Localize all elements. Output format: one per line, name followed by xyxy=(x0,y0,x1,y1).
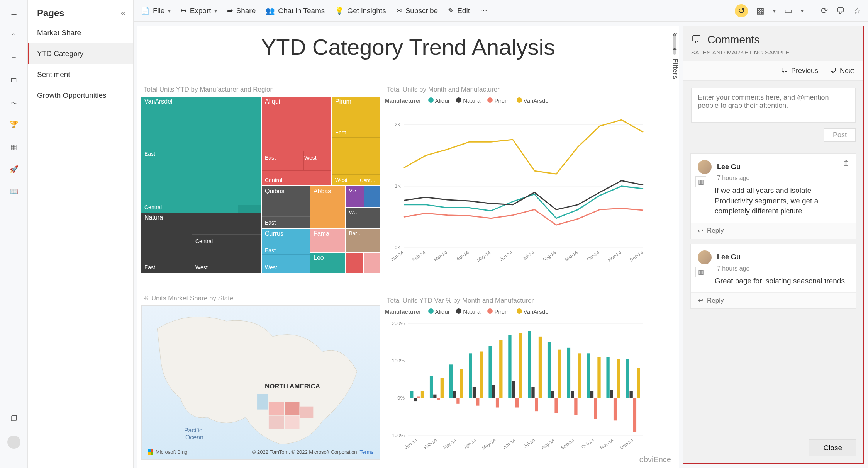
svg-rect-42 xyxy=(548,342,551,398)
collapse-pages-icon[interactable]: « xyxy=(121,8,125,18)
linechart-visual[interactable]: Total Units by Month and Manufacturer Ma… xyxy=(385,85,647,276)
treemap-visual[interactable]: Total Units YTD by Manufacturer and Regi… xyxy=(141,85,380,276)
favorite-icon[interactable]: ☆ xyxy=(853,6,861,16)
svg-rect-71 xyxy=(421,391,424,398)
post-button[interactable]: Post xyxy=(824,128,856,142)
learn-icon[interactable]: 📖 xyxy=(8,186,19,197)
insights-button[interactable]: 💡 Get insights xyxy=(335,6,386,15)
svg-text:Nov-14: Nov-14 xyxy=(607,250,622,263)
svg-rect-68 xyxy=(594,398,597,419)
delete-comment-icon[interactable]: 🗑 xyxy=(843,159,850,167)
chevron-down-icon: ▾ xyxy=(168,8,171,14)
svg-text:Jan-14: Jan-14 xyxy=(390,250,405,262)
user-icon[interactable] xyxy=(7,436,20,449)
svg-rect-62 xyxy=(476,398,479,405)
menu-icon[interactable]: ☰ xyxy=(8,7,19,18)
browse-icon[interactable]: 🗀 xyxy=(8,74,19,85)
deploy-icon[interactable]: 🚀 xyxy=(8,164,19,175)
comment-icon[interactable]: 🗩 xyxy=(836,6,845,16)
svg-rect-20 xyxy=(269,416,284,429)
svg-text:Dec-14: Dec-14 xyxy=(629,250,644,263)
filter-icon: ⏶ xyxy=(671,45,678,53)
data-hub-icon[interactable]: ⌳ xyxy=(8,97,19,107)
comment-bookmark-icon[interactable]: ▥ xyxy=(695,176,706,187)
subscribe-button[interactable]: ✉ Subscribe xyxy=(396,6,438,15)
comment-bookmark-icon[interactable]: ▥ xyxy=(695,267,706,277)
svg-text:100%: 100% xyxy=(392,358,405,364)
pencil-icon: ✎ xyxy=(448,6,454,15)
chat-teams-button[interactable]: 👥 Chat in Teams xyxy=(266,6,325,15)
workspaces-icon[interactable]: ❐ xyxy=(8,413,19,424)
page-item-sentiment[interactable]: Sentiment xyxy=(28,64,133,85)
report-title: YTD Category Trend Analysis xyxy=(137,26,679,64)
avatar xyxy=(698,250,712,264)
apps-icon[interactable]: ▦ xyxy=(8,141,19,152)
bookmark-icon[interactable]: ▩ xyxy=(756,6,765,16)
refresh-icon[interactable]: ⟳ xyxy=(821,6,828,16)
svg-rect-36 xyxy=(430,376,433,398)
map-visual[interactable]: % Units Market Share by State NORTH AMER… xyxy=(141,294,380,468)
page-item-market-share[interactable]: Market Share xyxy=(28,22,133,43)
svg-rect-67 xyxy=(574,398,577,415)
svg-text:Jun-14: Jun-14 xyxy=(498,250,513,262)
page-item-growth[interactable]: Growth Opportunities xyxy=(28,85,133,106)
comment-input[interactable] xyxy=(691,88,856,123)
svg-rect-75 xyxy=(499,340,502,398)
svg-rect-56 xyxy=(590,391,593,398)
reset-icon[interactable]: ↺ xyxy=(735,4,748,17)
goals-icon[interactable]: 🏆 xyxy=(8,119,19,130)
linechart-legend: Manufacturer Aliqui Natura Pirum VanArsd… xyxy=(385,97,647,109)
svg-rect-49 xyxy=(453,391,456,398)
reply-button[interactable]: ↩ Reply xyxy=(691,223,856,239)
edit-button[interactable]: ✎ Edit xyxy=(448,6,470,15)
chevron-down-icon[interactable]: ▾ xyxy=(801,8,804,14)
svg-rect-59 xyxy=(417,397,420,398)
chevron-down-icon[interactable]: ▾ xyxy=(773,8,776,14)
page-item-ytd-category[interactable]: YTD Category xyxy=(28,43,133,64)
reply-button[interactable]: ↩ Reply xyxy=(691,292,856,308)
svg-rect-63 xyxy=(496,398,499,407)
more-button[interactable]: ⋯ xyxy=(480,6,488,15)
svg-rect-53 xyxy=(531,387,534,398)
svg-rect-79 xyxy=(578,353,581,398)
left-nav-rail: ☰ ⌂ ＋ 🗀 ⌳ 🏆 ▦ 🚀 📖 ❐ xyxy=(0,0,28,468)
svg-rect-69 xyxy=(614,398,617,420)
treemap-title: Total Units YTD by Manufacturer and Regi… xyxy=(141,85,380,97)
svg-text:Feb-14: Feb-14 xyxy=(423,437,438,450)
close-comments-button[interactable]: Close xyxy=(809,439,856,456)
view-mode-icon[interactable]: ▭ xyxy=(784,6,792,16)
map-attribution-left: Microsoft Bing xyxy=(148,449,187,455)
share-button[interactable]: ➦ Share xyxy=(227,6,256,15)
barchart-svg: -100%0%100%200%Jan-14Feb-14Mar-14Apr-14M… xyxy=(385,320,647,459)
svg-rect-45 xyxy=(606,357,609,398)
linechart-svg: 0K1K2KJan-14Feb-14Mar-14Apr-14May-14Jun-… xyxy=(385,109,647,271)
svg-text:2K: 2K xyxy=(395,122,401,128)
svg-text:0K: 0K xyxy=(395,245,401,250)
comments-previous[interactable]: 🗩 Previous xyxy=(781,67,818,75)
barchart-visual[interactable]: Total Units YTD Var % by Month and Manuf… xyxy=(385,296,647,468)
pages-title: Pages xyxy=(37,8,64,19)
svg-rect-66 xyxy=(554,398,558,413)
home-icon[interactable]: ⌂ xyxy=(8,29,19,40)
file-icon: 📄 xyxy=(141,6,150,15)
svg-rect-72 xyxy=(441,378,444,398)
svg-rect-46 xyxy=(626,359,629,398)
map-title: % Units Market Share by State xyxy=(141,294,380,305)
svg-rect-39 xyxy=(488,346,492,398)
filters-pane-collapsed[interactable]: « ⏶ Filters xyxy=(667,29,683,107)
svg-text:Oct-14: Oct-14 xyxy=(580,437,595,450)
file-menu[interactable]: 📄 File ▾ xyxy=(141,6,171,15)
pages-panel: Pages « Market Share YTD Category Sentim… xyxy=(28,0,134,468)
toolbar-divider xyxy=(812,5,812,17)
add-icon[interactable]: ＋ xyxy=(8,52,19,63)
export-menu[interactable]: ↦ Export ▾ xyxy=(181,6,217,15)
svg-rect-51 xyxy=(492,385,495,398)
map-terms-link[interactable]: Terms xyxy=(360,449,373,455)
svg-rect-55 xyxy=(571,391,574,398)
expand-filters-icon[interactable]: « xyxy=(673,29,677,39)
svg-rect-21 xyxy=(285,416,300,429)
comments-subtitle: SALES AND MARKETING SAMPLE xyxy=(683,49,863,61)
svg-text:Aug-14: Aug-14 xyxy=(542,250,557,263)
svg-text:Mar-14: Mar-14 xyxy=(433,250,448,262)
comments-next[interactable]: 🗩 Next xyxy=(830,67,854,75)
